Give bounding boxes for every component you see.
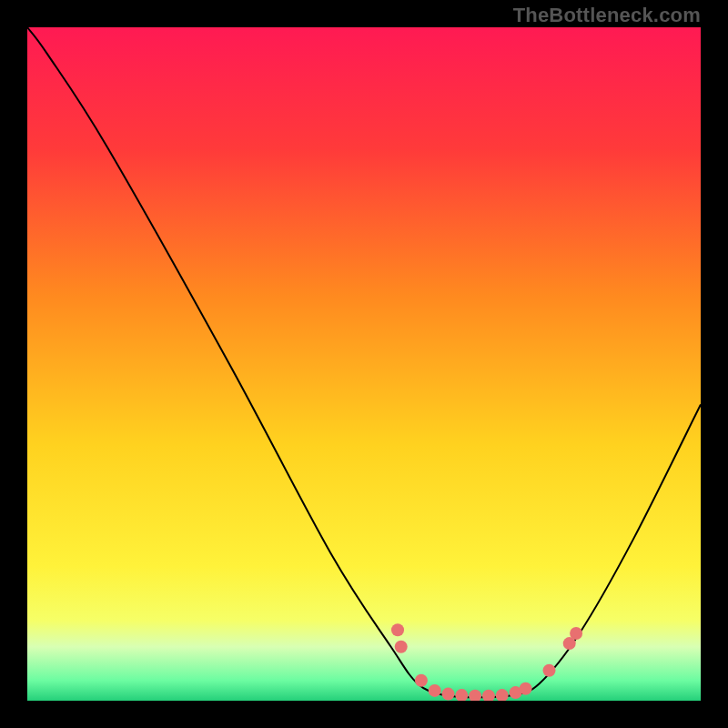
bottleneck-curve-chart [27,27,701,701]
data-dot [570,627,582,640]
data-dot [391,623,404,636]
data-dot [442,688,455,701]
data-dot [520,682,532,695]
data-dot [429,684,441,697]
plot-area [27,27,701,701]
outer-frame: TheBottleneck.com [0,0,728,728]
watermark-text: TheBottleneck.com [513,4,701,27]
data-dot [543,664,556,677]
data-dot [415,674,428,687]
data-dot [395,641,408,653]
